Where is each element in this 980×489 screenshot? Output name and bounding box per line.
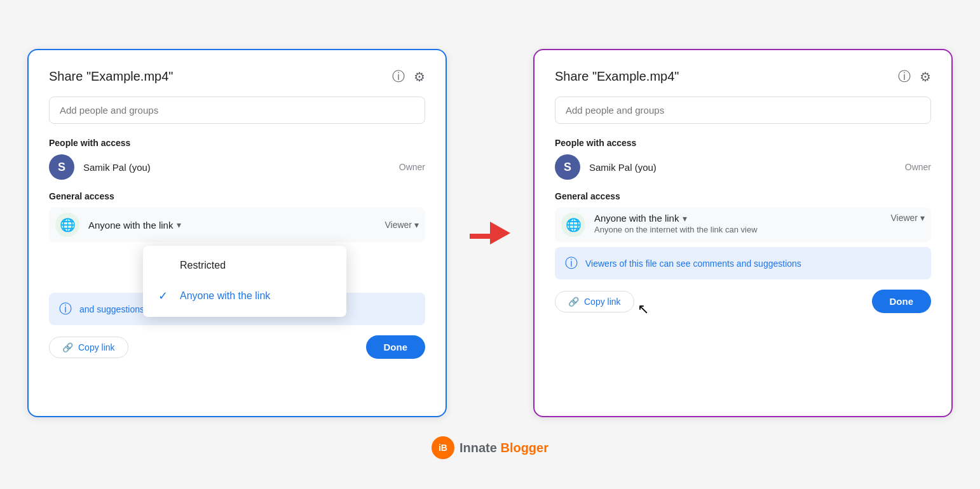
right-help-icon[interactable]: ⓘ (898, 68, 911, 85)
branding-footer: iB Innate Blogger (432, 436, 548, 459)
left-search-input[interactable] (49, 97, 425, 124)
right-dialog-header: Share "Example.mp4" ⓘ ⚙ (555, 68, 931, 85)
right-person-role: Owner (905, 162, 931, 172)
brand-logo: iB (432, 436, 454, 459)
right-info-text: Viewers of this file can see comments an… (585, 258, 801, 269)
right-header-icons: ⓘ ⚙ (898, 68, 931, 85)
right-search-input[interactable] (555, 97, 931, 124)
left-share-dialog: Share "Example.mp4" ⓘ ⚙ People with acce… (27, 49, 447, 417)
left-person-avatar: S (49, 154, 74, 180)
left-access-type: Anyone with the link (88, 220, 173, 231)
left-person-row: S Samik Pal (you) Owner (49, 154, 425, 180)
right-info-box: ⓘ Viewers of this file can see comments … (555, 247, 931, 279)
left-dropdown-popup: Restricted ✓ Anyone with the link (143, 246, 346, 317)
left-info-icon: ⓘ (59, 300, 72, 318)
left-dropdown-arrow: ▾ (177, 220, 181, 230)
left-done-button[interactable]: Done (366, 335, 426, 359)
left-anyone-checkmark: ✓ (158, 289, 172, 303)
right-done-button[interactable]: Done (872, 290, 932, 313)
left-dialog-header: Share "Example.mp4" ⓘ ⚙ (49, 68, 425, 85)
right-access-dropdown[interactable]: Anyone with the link ▾ (594, 213, 881, 224)
right-dialog-title: Share "Example.mp4" (555, 69, 679, 84)
right-person-name: Samik Pal (you) (589, 162, 896, 173)
left-link-icon: 🔗 (62, 342, 73, 352)
right-share-dialog: Share "Example.mp4" ⓘ ⚙ People with acce… (533, 49, 953, 417)
right-access-info: Anyone with the link ▾ Anyone on the int… (594, 213, 881, 234)
left-settings-icon[interactable]: ⚙ (414, 69, 425, 84)
left-access-dropdown[interactable]: Anyone with the link ▾ (88, 220, 181, 231)
left-globe-icon: 🌐 (55, 213, 79, 237)
left-anyone-label: Anyone with the link (180, 290, 270, 302)
right-link-icon: 🔗 (568, 297, 579, 307)
left-help-icon[interactable]: ⓘ (392, 68, 405, 85)
left-person-name: Samik Pal (you) (83, 162, 390, 173)
right-globe-icon: 🌐 (561, 213, 585, 237)
right-card-footer: 🔗 Copy link ↖ Done (555, 290, 931, 313)
arrow-shaft (470, 234, 493, 239)
right-viewer-arrow: ▾ (920, 213, 925, 223)
left-dropdown-restricted[interactable]: Restricted (143, 251, 346, 280)
left-viewer-arrow: ▾ (414, 220, 419, 230)
right-access-sub: Anyone on the internet with the link can… (594, 225, 881, 234)
transition-arrow (470, 222, 510, 245)
right-access-type: Anyone with the link (594, 213, 679, 224)
left-dropdown-anyone[interactable]: ✓ Anyone with the link (143, 280, 346, 312)
left-general-section-label: General access (49, 191, 425, 201)
left-info-text: and suggestions (79, 304, 144, 314)
right-general-access-row: 🌐 Anyone with the link ▾ Anyone on the i… (555, 208, 931, 242)
right-dropdown-arrow: ▾ (683, 213, 687, 224)
left-people-section-label: People with access (49, 138, 425, 148)
left-viewer-dropdown[interactable]: Viewer ▾ (385, 220, 419, 230)
brand-text: Innate Blogger (459, 441, 548, 455)
right-person-row: S Samik Pal (you) Owner (555, 154, 931, 180)
right-info-icon: ⓘ (565, 255, 578, 272)
right-people-section-label: People with access (555, 138, 931, 148)
left-copy-link-button[interactable]: 🔗 Copy link (49, 337, 128, 358)
right-settings-icon[interactable]: ⚙ (920, 69, 931, 84)
right-person-avatar: S (555, 154, 580, 180)
right-general-section-label: General access (555, 191, 931, 201)
right-viewer-dropdown[interactable]: Viewer ▾ (890, 213, 925, 223)
left-person-role: Owner (399, 162, 425, 172)
left-dialog-title: Share "Example.mp4" (49, 69, 173, 84)
left-restricted-label: Restricted (180, 260, 226, 271)
left-card-footer: 🔗 Copy link Done (49, 335, 425, 359)
left-header-icons: ⓘ ⚙ (392, 68, 425, 85)
left-general-access-row: 🌐 Anyone with the link ▾ Viewer ▾ (49, 208, 425, 242)
cursor-icon: ↖ (637, 301, 649, 318)
right-copy-link-button[interactable]: 🔗 Copy link (555, 291, 634, 312)
arrow-head (490, 222, 510, 245)
